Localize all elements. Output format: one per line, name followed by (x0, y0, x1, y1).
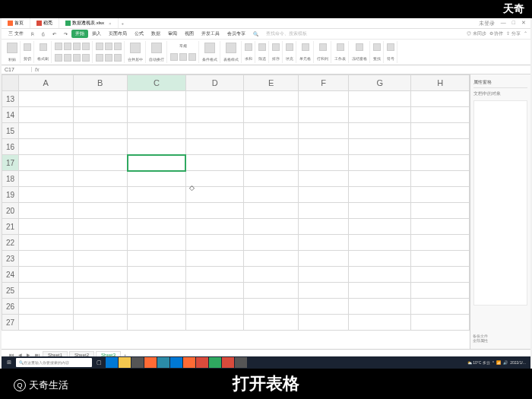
ribbon-filter[interactable]: 筛选 (256, 41, 269, 63)
cell-B15[interactable] (73, 123, 128, 139)
cell-D22[interactable] (185, 235, 244, 251)
cell-C19[interactable] (128, 187, 186, 203)
row-header-13[interactable]: 13 (2, 91, 19, 107)
cell-G22[interactable] (349, 235, 411, 251)
cell-A17[interactable] (19, 155, 74, 171)
qat-redo[interactable]: ↷ (60, 31, 71, 36)
cell-C13[interactable] (128, 91, 186, 107)
tab-formula[interactable]: 公式 (131, 30, 147, 37)
app-icon-3[interactable] (157, 357, 169, 368)
cell-C25[interactable] (128, 283, 186, 299)
cell-B23[interactable] (73, 251, 128, 267)
row-header-15[interactable]: 15 (2, 123, 19, 139)
cell-E14[interactable] (244, 107, 299, 123)
cell-G25[interactable] (349, 283, 411, 299)
cell-G21[interactable] (349, 219, 411, 235)
tab-data[interactable]: 数据 (147, 30, 164, 37)
cell-E20[interactable] (244, 203, 299, 219)
cell-F14[interactable] (298, 107, 348, 123)
cell-E21[interactable] (244, 219, 299, 235)
tray-clock[interactable]: 2022/1/... (510, 360, 526, 365)
cell-C15[interactable] (128, 123, 186, 139)
ribbon-paste[interactable]: 粘贴 (5, 41, 21, 63)
tray-volume-icon[interactable]: 🔊 (503, 360, 508, 365)
cell-A20[interactable] (19, 203, 74, 219)
cell-C17[interactable] (128, 155, 186, 171)
cell-F24[interactable] (298, 267, 348, 283)
cell-D13[interactable] (185, 91, 244, 107)
cell-B26[interactable] (73, 299, 128, 315)
maximize-button[interactable]: □ (512, 20, 515, 27)
cell-A26[interactable] (19, 299, 74, 315)
cell-G24[interactable] (349, 267, 411, 283)
cell-H21[interactable] (411, 219, 470, 235)
cell-E19[interactable] (244, 187, 299, 203)
qat-print[interactable]: ⎙ (38, 32, 49, 36)
cell-E24[interactable] (244, 267, 299, 283)
collapse-ribbon[interactable]: ⌃ (524, 30, 527, 37)
cell-E15[interactable] (244, 123, 299, 139)
ribbon-font[interactable] (52, 41, 93, 63)
ribbon-symbol[interactable]: 符号 (385, 41, 397, 63)
ribbon-fill[interactable]: 填充 (283, 41, 296, 63)
cell-H19[interactable] (411, 187, 470, 203)
select-all-corner[interactable] (2, 75, 19, 91)
ribbon-cut[interactable]: 剪切 (21, 41, 34, 63)
cell-H26[interactable] (411, 299, 470, 315)
fx-icon[interactable]: fx (32, 67, 42, 72)
cell-D14[interactable] (185, 107, 244, 123)
cell-F20[interactable] (298, 203, 348, 219)
ribbon-align[interactable] (93, 41, 125, 63)
minimize-button[interactable]: — (501, 20, 506, 27)
cell-E26[interactable] (244, 299, 299, 315)
row-header-27[interactable]: 27 (2, 315, 19, 331)
cell-H13[interactable] (411, 91, 470, 107)
cell-H25[interactable] (411, 283, 470, 299)
cell-F18[interactable] (298, 171, 348, 187)
cell-F13[interactable] (298, 91, 348, 107)
cell-G19[interactable] (349, 187, 411, 203)
col-header-B[interactable]: B (73, 75, 128, 91)
task-view-icon[interactable]: ▢ (93, 357, 105, 368)
cell-F23[interactable] (298, 251, 348, 267)
cell-B16[interactable] (73, 139, 128, 155)
cell-H17[interactable] (411, 155, 470, 171)
cell-F19[interactable] (298, 187, 348, 203)
tab-document[interactable]: 数据透视表.xlsx× (59, 18, 119, 28)
cell-H18[interactable] (411, 171, 470, 187)
cell-H16[interactable] (411, 139, 470, 155)
taskbar-search[interactable]: 🔍 在这里输入你要搜索的内容 (16, 358, 92, 367)
cell-A25[interactable] (19, 283, 74, 299)
wps-icon[interactable] (209, 357, 221, 368)
ribbon-sort[interactable]: 排序 (270, 41, 283, 63)
cell-D15[interactable] (185, 123, 244, 139)
cell-E18[interactable] (244, 171, 299, 187)
app-icon-2[interactable] (144, 357, 157, 368)
cell-B13[interactable] (73, 91, 128, 107)
col-header-C[interactable]: C (128, 75, 186, 91)
tray-chevron-icon[interactable]: ^ (492, 360, 494, 365)
cell-B18[interactable] (73, 171, 128, 187)
cell-C20[interactable] (128, 203, 186, 219)
row-header-26[interactable]: 26 (2, 299, 19, 315)
cell-D27[interactable] (185, 315, 244, 331)
tab-dev[interactable]: 开发工具 (198, 30, 223, 37)
cell-G15[interactable] (349, 123, 411, 139)
row-header-21[interactable]: 21 (2, 219, 19, 235)
tab-start[interactable]: 开始 (71, 30, 88, 38)
cell-A27[interactable] (19, 315, 74, 331)
cell-C18[interactable] (128, 171, 186, 187)
cell-E13[interactable] (244, 91, 299, 107)
edge-icon[interactable] (106, 357, 118, 368)
cell-H20[interactable] (411, 203, 470, 219)
cell-F16[interactable] (298, 139, 348, 155)
cell-A21[interactable] (19, 219, 74, 235)
name-box[interactable]: C17 (2, 67, 32, 72)
row-header-24[interactable]: 24 (2, 267, 19, 283)
tab-member[interactable]: 会员专享 (223, 30, 249, 37)
cell-C24[interactable] (128, 267, 186, 283)
row-header-14[interactable]: 14 (2, 107, 19, 123)
cell-B24[interactable] (73, 267, 128, 283)
cell-F26[interactable] (298, 299, 348, 315)
cell-H22[interactable] (411, 235, 470, 251)
